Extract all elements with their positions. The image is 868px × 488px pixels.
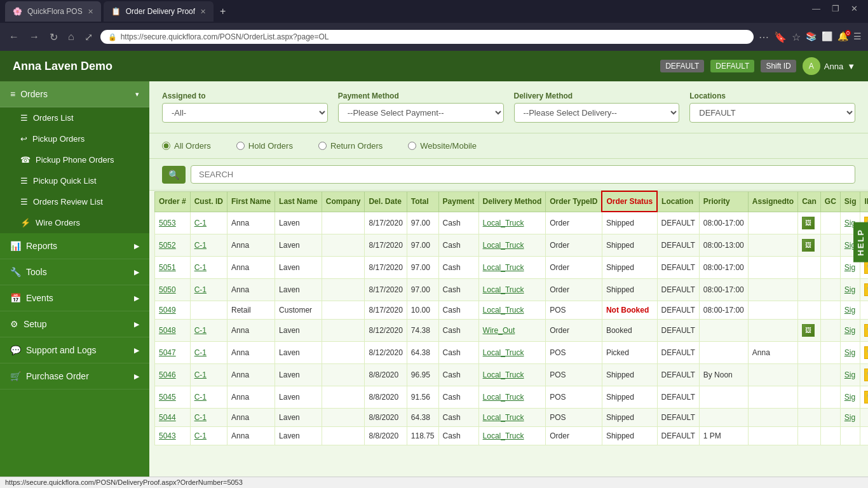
delivery-link[interactable]: Local_Truck [483, 241, 524, 250]
radio-hold-orders-input[interactable] [236, 142, 245, 150]
cust-id-link[interactable]: C-1 [194, 370, 207, 379]
sidebar-item-orders-review[interactable]: ☰ Orders Review List [0, 191, 149, 212]
sidebar-item-support[interactable]: 💬 Support and Logs ▶ [0, 337, 149, 363]
cust-id-link[interactable]: C-1 [194, 393, 207, 402]
delivery-link[interactable]: Local_Truck [483, 219, 524, 227]
cust-id-link[interactable]: C-1 [194, 326, 207, 335]
order-link[interactable]: 5053 [159, 219, 176, 227]
menu-icon[interactable]: ☰ [853, 31, 862, 43]
order-link[interactable]: 5044 [159, 413, 176, 422]
order-link[interactable]: 5048 [159, 326, 176, 335]
delivery-link[interactable]: Local_Truck [483, 413, 524, 422]
extensions-icon[interactable]: ⋯ [759, 31, 769, 43]
radio-all-orders-input[interactable] [162, 142, 170, 150]
cust-id-link[interactable]: C-1 [194, 219, 207, 227]
sidebar-item-setup[interactable]: ⚙ Setup ▶ [0, 311, 149, 337]
inv-prw-icon[interactable]: 🔍 [864, 283, 868, 296]
user-menu[interactable]: A Anna ▼ [803, 57, 855, 75]
notification-icon[interactable]: 🔔0 [837, 31, 848, 43]
cust-id-link[interactable]: C-1 [194, 431, 207, 440]
delivery-link[interactable]: Wire_Out [483, 326, 515, 335]
sidebar-item-tools[interactable]: 🔧 Tools ▶ [0, 259, 149, 285]
sig-link[interactable]: Sig [844, 285, 855, 294]
can-icon[interactable]: 🖼 [802, 239, 815, 252]
home-button[interactable]: ⌂ [65, 29, 77, 45]
refresh-button[interactable]: ↻ [47, 29, 60, 46]
cust-id-link[interactable]: C-1 [194, 413, 207, 422]
sidebar-item-pickup-phone[interactable]: ☎ Pickup Phone Orders [0, 149, 149, 170]
delivery-link[interactable]: Local_Truck [483, 263, 524, 272]
locations-select[interactable]: DEFAULT [689, 103, 855, 123]
cust-id-link[interactable]: C-1 [194, 263, 207, 272]
forward-button[interactable]: → [27, 29, 42, 45]
payment-method-select[interactable]: --Please Select Payment-- [338, 103, 504, 123]
order-link[interactable]: 5052 [159, 241, 176, 250]
search-input[interactable] [191, 165, 855, 184]
sidebar-item-wire-orders[interactable]: ⚡ Wire Orders [0, 212, 149, 233]
sig-link[interactable]: Sig [844, 348, 855, 357]
delivery-link[interactable]: Local_Truck [483, 431, 524, 440]
assigned-to-select[interactable]: -All- [162, 103, 328, 123]
delivery-method-select[interactable]: --Please Select Delivery-- [514, 103, 680, 123]
container-icon[interactable]: ⬜ [822, 31, 832, 43]
order-link[interactable]: 5047 [159, 348, 176, 357]
shift-id-badge[interactable]: Shift ID [761, 60, 796, 72]
tab-close-1[interactable]: ✕ [88, 8, 93, 16]
cust-id-link[interactable]: C-1 [194, 241, 207, 250]
order-link[interactable]: 5043 [159, 431, 176, 440]
sidebar-item-purchase[interactable]: 🛒 Purchase Order ▶ [0, 363, 149, 390]
search-button[interactable]: 🔍 [162, 166, 186, 184]
delivery-link[interactable]: Local_Truck [483, 285, 524, 294]
sidebar-item-events[interactable]: 📅 Events ▶ [0, 285, 149, 311]
sig-link[interactable]: Sig [844, 326, 855, 335]
delivery-link[interactable]: Local_Truck [483, 306, 524, 315]
radio-return-orders[interactable]: Return Orders [318, 141, 383, 151]
sidebar-item-reports[interactable]: 📊 Reports ▶ [0, 233, 149, 259]
tab-quickflora[interactable]: 🌸 QuickFlora POS ✕ [5, 1, 101, 22]
sidebar-item-pickup-orders[interactable]: ↩ Pickup Orders [0, 128, 149, 149]
can-icon[interactable]: 🖼 [802, 324, 815, 337]
fullscreen-button[interactable]: ⤢ [82, 29, 95, 46]
inv-prw-icon[interactable]: 🔍 [864, 369, 868, 381]
radio-website-mobile-input[interactable] [408, 142, 416, 150]
sidebar-item-orders-list[interactable]: ☰ Orders List [0, 107, 149, 128]
order-link[interactable]: 5046 [159, 370, 176, 379]
sidebar-item-orders[interactable]: ≡ Orders ▾ [0, 81, 149, 107]
radio-hold-orders[interactable]: Hold Orders [236, 141, 293, 151]
address-bar[interactable]: 🔒 https://secure.quickflora.com/POSN/Ord… [100, 30, 754, 44]
back-button[interactable]: ← [6, 29, 22, 45]
inv-prw-icon[interactable]: 🔍 [864, 261, 868, 274]
minimize-button[interactable]: — [807, 3, 825, 15]
cust-id-link[interactable]: C-1 [194, 348, 207, 357]
help-panel[interactable]: HELP [853, 222, 868, 262]
new-tab-button[interactable]: + [216, 6, 229, 17]
order-link[interactable]: 5045 [159, 393, 176, 402]
sidebar-item-pickup-quick[interactable]: ☰ Pickup Quick List [0, 170, 149, 191]
inv-prw-icon[interactable]: 🔍 [864, 324, 868, 337]
sig-link[interactable]: Sig [844, 413, 855, 422]
delivery-link[interactable]: Local_Truck [483, 393, 524, 402]
can-icon[interactable]: 🖼 [802, 217, 815, 229]
star-icon[interactable]: ☆ [792, 31, 801, 43]
tab-delivery-proof[interactable]: 📋 Order Delivery Proof ✕ [104, 1, 214, 22]
sig-link[interactable]: Sig [844, 370, 855, 379]
delivery-link[interactable]: Local_Truck [483, 348, 524, 357]
inv-prw-icon[interactable]: 🔍 [864, 391, 868, 403]
sig-link[interactable]: Sig [844, 263, 855, 272]
maximize-button[interactable]: ❐ [827, 3, 844, 15]
sig-link[interactable]: Sig [844, 393, 855, 402]
inv-prw-icon[interactable]: 🔍 [864, 346, 868, 359]
sig-link[interactable]: Sig [844, 306, 855, 315]
radio-all-orders[interactable]: All Orders [162, 141, 211, 151]
library-icon[interactable]: 📚 [806, 31, 817, 43]
tab-close-2[interactable]: ✕ [200, 8, 206, 16]
delivery-link[interactable]: Local_Truck [483, 370, 524, 379]
bookmark-icon[interactable]: 🔖 [774, 31, 787, 43]
close-button[interactable]: ✕ [846, 3, 863, 15]
order-link[interactable]: 5050 [159, 285, 176, 294]
order-link[interactable]: 5049 [159, 306, 176, 315]
cust-id-link[interactable]: C-1 [194, 285, 207, 294]
order-link[interactable]: 5051 [159, 263, 176, 272]
radio-website-mobile[interactable]: Website/Mobile [408, 141, 477, 151]
radio-return-orders-input[interactable] [318, 142, 327, 150]
